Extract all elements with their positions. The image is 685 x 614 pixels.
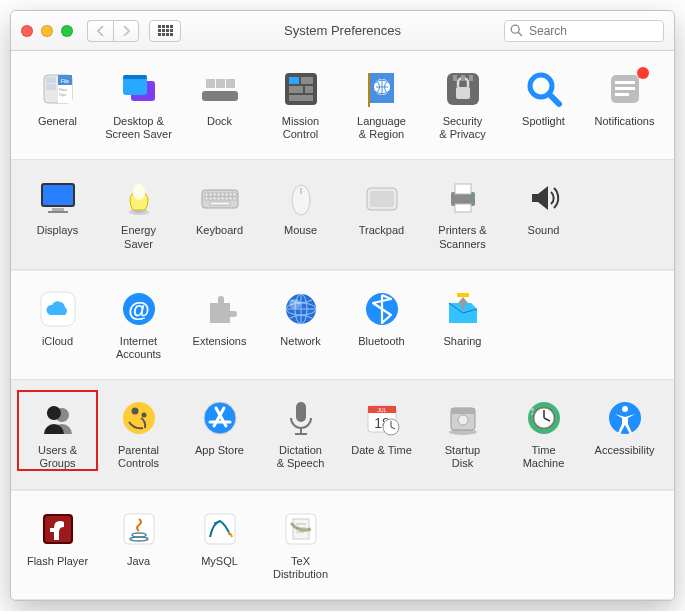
pref-internet[interactable]: @Internet Accounts [98,281,179,361]
pref-trackpad[interactable]: Trackpad [341,170,422,250]
pref-displays[interactable]: Displays [17,170,98,250]
timemachine-icon [524,398,564,438]
pref-icloud[interactable]: iCloud [17,281,98,361]
pref-label: TeX Distribution [273,555,328,581]
pref-bluetooth[interactable]: Bluetooth [341,281,422,361]
pref-security[interactable]: Security & Privacy [422,61,503,141]
svg-rect-16 [226,79,235,88]
svg-rect-86 [296,402,306,422]
svg-point-99 [458,415,468,425]
datetime-icon: JUL18 [362,398,402,438]
pref-parental[interactable]: Parental Controls [98,390,179,470]
pref-dock[interactable]: Dock [179,61,260,141]
svg-rect-66 [455,184,471,194]
search-input[interactable] [504,20,664,42]
zoom-icon[interactable] [61,25,73,37]
pref-keyboard[interactable]: Keyboard [179,170,260,250]
icloud-icon [38,289,78,329]
pref-row-0: FileNewOpeGeneralDesktop & Screen SaverD… [11,51,674,160]
pref-label: General [38,115,77,141]
back-button[interactable] [87,20,113,42]
svg-rect-62 [300,188,302,194]
accessibility-icon [605,398,645,438]
pref-label: iCloud [42,335,73,361]
pref-mysql[interactable]: MySQL [179,501,260,581]
forward-button[interactable] [113,20,139,42]
sharing-icon [443,289,483,329]
pref-label: Notifications [595,115,655,141]
pref-label: Time Machine [523,444,565,470]
pref-label: Extensions [193,335,247,361]
pref-java[interactable]: Java [98,501,179,581]
pref-label: Dictation & Speech [277,444,325,470]
pref-sound[interactable]: Sound [503,170,584,250]
pref-network[interactable]: Network [260,281,341,361]
trackpad-icon [362,178,402,218]
pref-label: Trackpad [359,224,404,250]
pref-language[interactable]: Language & Region [341,61,422,141]
dictation-icon [281,398,321,438]
svg-rect-52 [205,197,208,200]
svg-rect-67 [455,204,471,212]
pref-label: Spotlight [522,115,565,141]
pref-datetime[interactable]: JUL18Date & Time [341,390,422,470]
pref-sharing[interactable]: Sharing [422,281,503,361]
pref-row-3: Users & GroupsParental ControlsApp Store… [11,380,674,489]
show-all-button[interactable] [149,20,181,42]
svg-rect-98 [451,408,475,414]
svg-rect-8 [46,77,56,83]
svg-rect-24 [368,73,370,107]
svg-rect-56 [221,197,224,200]
pref-accessibility[interactable]: Accessibility [584,390,665,470]
users-icon [38,398,78,438]
svg-rect-46 [213,193,216,196]
close-icon[interactable] [21,25,33,37]
svg-rect-64 [370,191,394,207]
pref-energy[interactable]: Energy Saver [98,170,179,250]
pref-desktop[interactable]: Desktop & Screen Saver [98,61,179,141]
pref-startup[interactable]: Startup Disk [422,390,503,470]
svg-rect-57 [225,197,228,200]
pref-label: Users & Groups [38,444,77,470]
notifications-icon [605,69,645,109]
svg-rect-20 [289,86,303,93]
pref-mouse[interactable]: Mouse [260,170,341,250]
pref-label: Printers & Scanners [438,224,486,250]
svg-rect-47 [217,193,220,196]
svg-rect-50 [229,193,232,196]
svg-rect-30 [469,75,473,81]
startup-icon [443,398,483,438]
svg-text:File: File [60,78,68,84]
svg-rect-109 [124,514,154,544]
mysql-icon [200,509,240,549]
pref-general[interactable]: FileNewOpeGeneral [17,61,98,141]
minimize-icon[interactable] [41,25,53,37]
flash-icon [38,509,78,549]
pref-label: App Store [195,444,244,470]
pref-label: Dock [207,115,232,141]
pref-label: Java [127,555,150,581]
svg-rect-44 [205,193,208,196]
pref-label: Mission Control [282,115,319,141]
pref-spotlight[interactable]: Spotlight [503,61,584,141]
pref-flash[interactable]: Flash Player [17,501,98,581]
svg-rect-59 [233,197,236,200]
svg-rect-34 [615,81,635,84]
pref-label: Bluetooth [358,335,404,361]
pref-label: Sharing [444,335,482,361]
sound-icon [524,178,564,218]
pref-appstore[interactable]: App Store [179,390,260,470]
pref-users[interactable]: Users & Groups [17,390,98,470]
pref-notifications[interactable]: Notifications [584,61,665,141]
pref-label: Network [280,335,320,361]
pref-printers[interactable]: Printers & Scanners [422,170,503,250]
svg-point-80 [141,413,146,418]
grid-icon [158,25,173,36]
pref-label: Desktop & Screen Saver [105,115,172,141]
pref-mission[interactable]: Mission Control [260,61,341,141]
pref-dictation[interactable]: Dictation & Speech [260,390,341,470]
pref-extensions[interactable]: Extensions [179,281,260,361]
pref-tex[interactable]: TeX Distribution [260,501,341,581]
pref-timemachine[interactable]: Time Machine [503,390,584,470]
svg-point-42 [133,184,145,200]
